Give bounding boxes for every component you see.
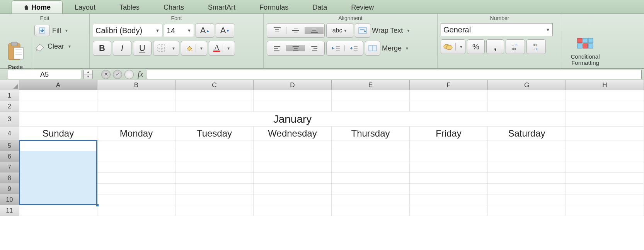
- conditional-formatting-button[interactable]: ConditionalFormatting: [565, 22, 605, 68]
- cell[interactable]: [254, 173, 332, 184]
- cell[interactable]: [566, 112, 644, 127]
- confirm-formula-button[interactable]: ✓: [113, 70, 122, 79]
- cell[interactable]: [175, 184, 254, 194]
- cell[interactable]: [332, 140, 410, 151]
- row-header-5[interactable]: 5: [0, 140, 19, 151]
- cell[interactable]: [488, 162, 566, 173]
- cell[interactable]: [410, 194, 488, 205]
- cell[interactable]: [97, 90, 175, 101]
- cell[interactable]: [175, 162, 254, 173]
- cell[interactable]: [488, 101, 566, 112]
- font-name-combo[interactable]: Calibri (Body)▼: [93, 24, 162, 37]
- cell[interactable]: [488, 90, 566, 101]
- cell[interactable]: [332, 101, 410, 112]
- cell[interactable]: [488, 140, 566, 151]
- number-format-combo[interactable]: General▼: [441, 23, 553, 36]
- tab-data[interactable]: Data: [300, 0, 339, 14]
- align-left-button[interactable]: [268, 45, 286, 51]
- currency-button[interactable]: ▼: [441, 39, 465, 54]
- tab-formulas[interactable]: Formulas: [247, 0, 300, 14]
- align-middle-button[interactable]: [286, 27, 305, 34]
- cell[interactable]: [175, 101, 254, 112]
- cell[interactable]: [19, 173, 97, 184]
- formula-builder-button[interactable]: [124, 70, 134, 79]
- col-header-E[interactable]: E: [332, 80, 410, 90]
- cell[interactable]: [332, 194, 410, 205]
- cell[interactable]: [19, 140, 97, 151]
- cell[interactable]: [566, 184, 644, 194]
- cell[interactable]: [254, 205, 332, 216]
- cell[interactable]: [332, 184, 410, 194]
- cell[interactable]: [19, 101, 97, 112]
- cell[interactable]: [175, 194, 254, 205]
- cell[interactable]: [332, 173, 410, 184]
- cell[interactable]: [254, 101, 332, 112]
- font-size-combo[interactable]: 14▼: [164, 24, 194, 37]
- cell[interactable]: [332, 205, 410, 216]
- decrease-indent-button[interactable]: [327, 45, 345, 51]
- cell[interactable]: [19, 205, 97, 216]
- cell[interactable]: [97, 162, 175, 173]
- cell-area[interactable]: January Sunday Monday Tuesday Wednesday …: [19, 90, 644, 216]
- cell[interactable]: [566, 127, 644, 140]
- increase-indent-button[interactable]: [345, 45, 363, 51]
- grow-font-button[interactable]: A▲: [196, 23, 214, 38]
- col-header-C[interactable]: C: [175, 80, 254, 90]
- row-header-6[interactable]: 6: [0, 151, 19, 162]
- align-center-button[interactable]: [286, 45, 305, 51]
- day-cell-sat[interactable]: Saturday: [488, 127, 566, 140]
- align-right-button[interactable]: [305, 45, 324, 51]
- row-header-11[interactable]: 11: [0, 205, 19, 216]
- cell[interactable]: [175, 140, 254, 151]
- cell[interactable]: [410, 151, 488, 162]
- paste-button[interactable]: Paste: [3, 22, 28, 72]
- day-cell-wed[interactable]: Wednesday: [254, 127, 332, 140]
- cell[interactable]: [97, 140, 175, 151]
- cell[interactable]: [332, 162, 410, 173]
- cell[interactable]: [410, 90, 488, 101]
- cell[interactable]: [254, 151, 332, 162]
- cell[interactable]: [410, 140, 488, 151]
- cell[interactable]: [566, 140, 644, 151]
- cell[interactable]: [410, 184, 488, 194]
- comma-button[interactable]: ,: [486, 39, 504, 54]
- cell[interactable]: [410, 101, 488, 112]
- cell[interactable]: [488, 151, 566, 162]
- cell[interactable]: [254, 90, 332, 101]
- col-header-A[interactable]: A: [19, 80, 97, 90]
- col-header-F[interactable]: F: [410, 80, 488, 90]
- name-box-stepper[interactable]: ▲▼: [83, 70, 93, 79]
- name-box[interactable]: A5: [8, 70, 81, 79]
- cell[interactable]: [410, 205, 488, 216]
- merge-button[interactable]: Merge▼: [382, 44, 409, 52]
- cell[interactable]: [175, 205, 254, 216]
- clear-button[interactable]: Clear ▼: [34, 42, 72, 51]
- row-header-7[interactable]: 7: [0, 162, 19, 173]
- col-header-D[interactable]: D: [254, 80, 332, 90]
- cell[interactable]: [97, 194, 175, 205]
- formula-input[interactable]: [147, 70, 642, 79]
- tab-tables[interactable]: Tables: [107, 0, 152, 14]
- tab-home[interactable]: Home: [12, 0, 63, 14]
- row-header-8[interactable]: 8: [0, 173, 19, 184]
- orientation-button[interactable]: abc▼: [326, 23, 353, 38]
- cell[interactable]: [254, 140, 332, 151]
- cell[interactable]: [332, 151, 410, 162]
- cell[interactable]: [97, 151, 175, 162]
- cell[interactable]: [410, 173, 488, 184]
- align-bottom-button[interactable]: [305, 27, 324, 34]
- row-header-10[interactable]: 10: [0, 194, 19, 205]
- day-cell-sun[interactable]: Sunday: [19, 127, 97, 140]
- increase-decimal-button[interactable]: .00→.0: [526, 39, 546, 54]
- fill-button[interactable]: Fill ▼: [34, 25, 72, 36]
- cell[interactable]: [566, 90, 644, 101]
- cell[interactable]: [332, 90, 410, 101]
- col-header-G[interactable]: G: [488, 80, 566, 90]
- wrap-icon-button[interactable]: [355, 23, 370, 38]
- cell[interactable]: [488, 205, 566, 216]
- row-header-3[interactable]: 3: [0, 112, 19, 127]
- cell[interactable]: [97, 101, 175, 112]
- cell[interactable]: [19, 184, 97, 194]
- cell[interactable]: [566, 101, 644, 112]
- day-cell-mon[interactable]: Monday: [97, 127, 175, 140]
